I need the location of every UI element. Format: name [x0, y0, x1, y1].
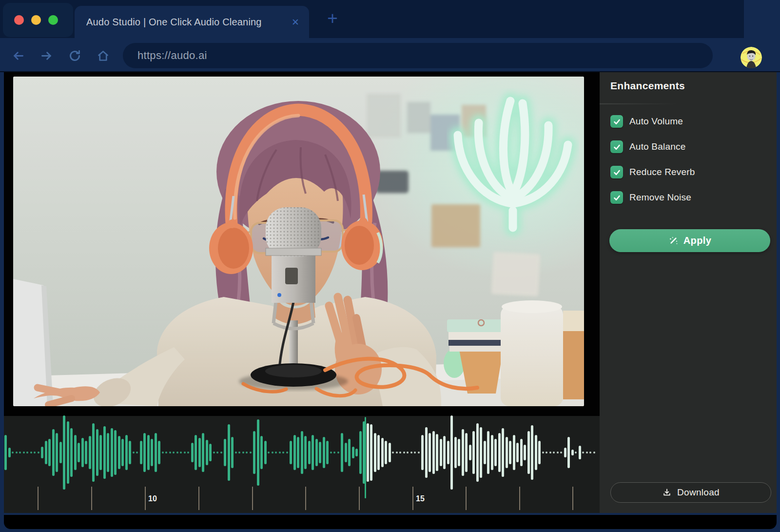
- check-icon: [613, 168, 621, 177]
- panel-title: Enhancements: [610, 80, 685, 92]
- checkbox-auto-balance[interactable]: [610, 140, 623, 153]
- waveform-section: 1015: [4, 416, 600, 513]
- download-button[interactable]: Download: [610, 482, 771, 503]
- tab-strip: Audo Studio | One Click Audio Cleaning ✕…: [0, 0, 780, 38]
- enhancements-panel: Enhancements Auto VolumeAuto BalanceRedu…: [600, 72, 777, 513]
- checkbox-label: Auto Balance: [629, 141, 685, 152]
- ruler-tick: [359, 487, 360, 510]
- checkbox-row-remove-noise[interactable]: Remove Noise: [610, 191, 777, 204]
- url-bar[interactable]: https://audo.ai: [123, 43, 713, 68]
- checkbox-auto-volume[interactable]: [610, 115, 623, 128]
- browser-window: Audo Studio | One Click Audio Cleaning ✕…: [0, 0, 780, 532]
- ruler-label-15: 15: [416, 494, 425, 503]
- ruler-tick: [305, 487, 306, 510]
- avatar[interactable]: [741, 47, 762, 68]
- check-icon: [613, 118, 621, 126]
- ruler-tick: [198, 487, 199, 510]
- tab-strip-corner: [744, 0, 780, 38]
- ruler-tick: [519, 487, 520, 510]
- close-tab-icon[interactable]: ✕: [292, 17, 299, 28]
- minimize-window-button[interactable]: [31, 15, 41, 25]
- check-icon: [613, 143, 621, 151]
- traffic-light-capsule: [3, 3, 73, 37]
- checkbox-row-reduce-reverb[interactable]: Reduce Reverb: [610, 166, 777, 178]
- download-icon: [662, 488, 672, 497]
- apply-button[interactable]: Apply: [609, 229, 770, 252]
- back-arrow-icon[interactable]: [12, 49, 25, 62]
- reload-icon[interactable]: [68, 49, 81, 62]
- ruler-tick: [572, 487, 573, 510]
- checkbox-row-auto-balance[interactable]: Auto Balance: [610, 140, 777, 153]
- ruler-label-10: 10: [148, 494, 157, 503]
- forward-arrow-icon[interactable]: [40, 49, 53, 62]
- enhancement-options: Auto VolumeAuto BalanceReduce ReverbRemo…: [600, 115, 777, 217]
- download-label: Download: [677, 487, 720, 498]
- url-text: https://audo.ai: [137, 49, 207, 62]
- panel-divider: [600, 103, 678, 104]
- video-preview-image: [13, 77, 584, 406]
- tab-title: Audo Studio | One Click Audio Cleaning: [86, 17, 287, 28]
- window-bottom-bar: [4, 515, 777, 529]
- checkbox-label: Remove Noise: [629, 192, 691, 203]
- page-content: Enhancements Auto VolumeAuto BalanceRedu…: [4, 72, 777, 513]
- checkbox-row-auto-volume[interactable]: Auto Volume: [610, 115, 777, 128]
- checkbox-remove-noise[interactable]: [610, 191, 623, 204]
- close-window-button[interactable]: [14, 15, 24, 25]
- ruler-tick: [38, 487, 39, 510]
- video-preview: [13, 77, 584, 406]
- checkbox-reduce-reverb[interactable]: [610, 166, 623, 178]
- magic-wand-icon: [668, 236, 679, 246]
- ruler-tick: [145, 487, 146, 510]
- checkbox-label: Auto Volume: [629, 116, 683, 127]
- zoom-window-button[interactable]: [48, 15, 58, 25]
- ruler-tick: [412, 487, 413, 510]
- timeline-ruler: 1015: [4, 416, 600, 513]
- ruler-tick: [91, 487, 92, 510]
- new-tab-button[interactable]: +: [323, 7, 342, 30]
- ruler-tick: [466, 487, 467, 510]
- browser-tab[interactable]: Audo Studio | One Click Audio Cleaning ✕: [75, 6, 309, 38]
- check-icon: [613, 194, 621, 202]
- ruler-tick: [252, 487, 253, 510]
- apply-label: Apply: [683, 235, 712, 246]
- checkbox-label: Reduce Reverb: [629, 167, 695, 177]
- home-icon[interactable]: [97, 49, 110, 62]
